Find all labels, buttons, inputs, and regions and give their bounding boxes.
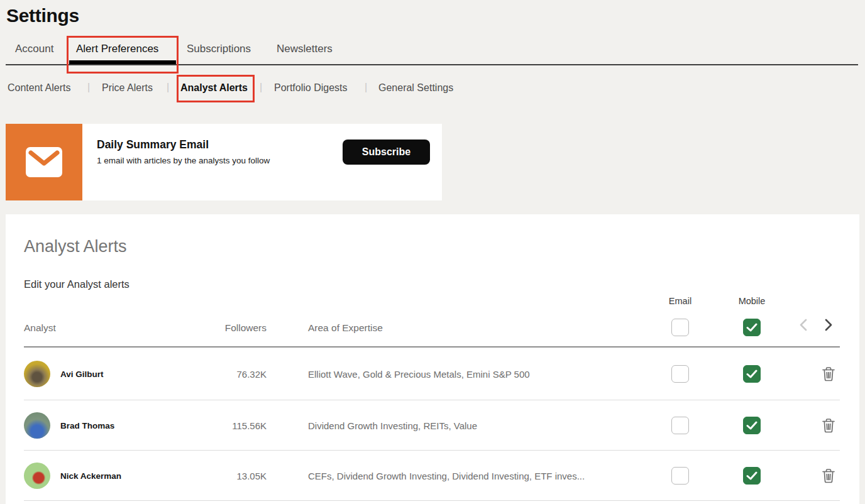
column-label-mobile: Mobile [739, 296, 766, 306]
subnav-separator: | [365, 82, 367, 93]
email-alert-checkbox[interactable] [671, 467, 689, 485]
annotation-box-alert-preferences [67, 36, 179, 74]
analyst-name: Avi Gilburt [60, 369, 104, 378]
area-of-expertise: Elliott Wave, Gold & Precious Metals, Em… [308, 368, 530, 379]
mobile-alert-checkbox[interactable] [743, 365, 761, 383]
area-of-expertise: CEFs, Dividend Growth Investing, Dividen… [308, 470, 585, 481]
envelope-icon [26, 147, 62, 177]
column-header-expertise: Area of Expertise [308, 322, 383, 334]
master-mobile-checkbox[interactable] [743, 319, 761, 336]
avatar [24, 412, 50, 439]
subnav-item-analyst-alerts[interactable]: Analyst Alerts [180, 82, 248, 94]
tab-account[interactable]: Account [15, 43, 53, 55]
panel-subheading: Edit your Analyst alerts [24, 278, 129, 290]
avatar [24, 463, 50, 489]
avatar [24, 361, 50, 387]
email-alert-checkbox[interactable] [671, 365, 689, 383]
column-header-analyst: Analyst [24, 322, 56, 334]
subnav-separator: | [260, 82, 262, 93]
subscribe-button[interactable]: Subscribe [343, 140, 430, 165]
table-row: Nick Ackerman 13.05K CEFs, Dividend Grow… [24, 451, 840, 501]
promo-subtitle: 1 email with articles by the analysts yo… [97, 156, 270, 165]
delete-trash-icon[interactable] [822, 366, 835, 381]
followers-count: 76.32K [207, 368, 267, 379]
panel-heading: Analyst Alerts [24, 237, 127, 256]
delete-trash-icon[interactable] [822, 468, 835, 483]
table-row: Brad Thomas 115.56K Dividend Growth Inve… [24, 400, 840, 451]
subnav-separator: | [87, 82, 90, 93]
daily-summary-email-card: Daily Summary Email 1 email with article… [6, 124, 442, 200]
subnav-item-price-alerts[interactable]: Price Alerts [102, 82, 153, 94]
followers-count: 13.05K [207, 470, 267, 481]
analyst-alerts-panel: Analyst Alerts Edit your Analyst alerts … [6, 214, 859, 504]
subnav-item-general-settings[interactable]: General Settings [378, 82, 453, 94]
subnav-item-portfolio-digests[interactable]: Portfolio Digests [274, 82, 348, 94]
email-alert-checkbox[interactable] [671, 417, 689, 434]
promo-title: Daily Summary Email [97, 138, 209, 151]
master-email-checkbox[interactable] [671, 319, 689, 336]
tab-newsletters[interactable]: Newsletters [277, 43, 333, 55]
analyst-name: Nick Ackerman [60, 471, 121, 480]
table-row: Avi Gilburt 76.32K Elliott Wave, Gold & … [24, 348, 840, 400]
mobile-alert-checkbox[interactable] [743, 467, 761, 485]
analyst-table: Avi Gilburt 76.32K Elliott Wave, Gold & … [24, 348, 840, 501]
column-header-followers: Followers [207, 322, 267, 334]
subnav-separator: | [167, 82, 169, 93]
settings-page: { "page_title": "Settings", "tabs": { "i… [0, 0, 865, 504]
subnav-item-content-alerts[interactable]: Content Alerts [8, 82, 71, 94]
delete-trash-icon[interactable] [822, 418, 835, 433]
tab-subscriptions[interactable]: Subscriptions [187, 43, 251, 55]
area-of-expertise: Dividend Growth Investing, REITs, Value [308, 420, 477, 430]
email-icon-block [6, 124, 82, 200]
column-label-email: Email [669, 296, 691, 306]
pager-previous-icon[interactable] [796, 317, 812, 332]
pager-next-icon[interactable] [820, 317, 835, 332]
page-title: Settings [6, 5, 79, 26]
analyst-name: Brad Thomas [60, 420, 114, 430]
followers-count: 115.56K [207, 420, 267, 430]
mobile-alert-checkbox[interactable] [743, 417, 761, 434]
